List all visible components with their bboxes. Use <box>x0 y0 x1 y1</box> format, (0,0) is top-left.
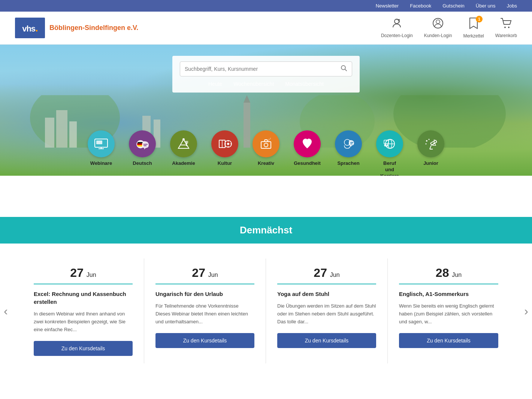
cat-kultur[interactable]: Kultur <box>210 130 240 176</box>
hero-section: Heute Wochenübersicht Monatsübersicht We… <box>0 45 532 176</box>
course-date-4: 28 Jun <box>399 266 498 284</box>
course-card-4: 28 Jun Englisch, A1-Sommerkurs Wenn Sie … <box>388 259 510 363</box>
search-icon <box>341 65 347 73</box>
hero-spacer <box>0 176 532 206</box>
gutschein-link[interactable]: Gutschein <box>442 3 465 9</box>
cat-akademie-circle <box>170 130 197 157</box>
next-arrow[interactable]: › <box>524 304 528 318</box>
search-box: Heute Wochenübersicht Monatsübersicht <box>172 56 360 93</box>
ueber-uns-link[interactable]: Über uns <box>476 3 496 9</box>
dozenten-login-button[interactable]: Dozenten-Login <box>381 18 413 38</box>
svg-point-54 <box>426 140 427 142</box>
course-month-1: Jun <box>87 272 96 278</box>
svg-point-4 <box>508 27 510 28</box>
cat-webinare[interactable]: Webinare <box>86 130 116 176</box>
kunden-login-button[interactable]: Kunden-Login <box>424 18 452 38</box>
course-title-3: Yoga auf dem Stuhl <box>277 290 376 298</box>
course-day-2: 27 <box>192 266 205 279</box>
course-day-4: 28 <box>436 266 449 279</box>
svg-point-3 <box>504 27 506 28</box>
course-card-1: 27 Jun Excel: Rechnung und Kassenbuch er… <box>22 259 144 363</box>
svg-point-39 <box>264 143 268 147</box>
course-card-2: 27 Jun Ungarisch für den Urlaub Für Teil… <box>144 259 266 363</box>
course-btn-1[interactable]: Zu den Kursdetails <box>34 341 133 356</box>
cat-sprachen-circle <box>335 130 362 157</box>
course-card-3: 27 Jun Yoga auf dem Stuhl Die Übungen we… <box>266 259 388 363</box>
course-date-1: 27 Jun <box>34 266 133 284</box>
course-month-4: Jun <box>452 272 462 278</box>
monatsuebersicht-link[interactable]: Monatsübersicht <box>285 81 324 87</box>
cat-sprachen-label: Sprachen <box>337 160 359 167</box>
warenkorb-label: Warenkorb <box>495 33 517 38</box>
course-title-4: Englisch, A1-Sommerkurs <box>399 290 498 298</box>
search-links: Heute Wochenübersicht Monatsübersicht <box>180 81 352 87</box>
svg-point-56 <box>426 143 427 145</box>
search-input[interactable] <box>185 66 341 72</box>
jobs-link[interactable]: Jobs <box>507 3 517 9</box>
cat-gesundheit-label: Gesundheit <box>294 160 321 167</box>
cat-deutsch-label: Deutsch <box>133 160 152 167</box>
course-month-2: Jun <box>208 272 218 278</box>
kunden-label: Kunden-Login <box>424 33 452 38</box>
top-bar: Newsletter Facebook Gutschein Über uns J… <box>0 0 532 12</box>
course-btn-2[interactable]: Zu den Kursdetails <box>155 333 254 348</box>
course-day-3: 27 <box>314 266 327 279</box>
logo-area: vhs. Böblingen-Sindelfingen e.V. <box>15 18 138 38</box>
cat-kreativ[interactable]: ♪ ♪ Kreativ <box>251 130 281 176</box>
cat-deutsch[interactable]: Deutsch <box>127 130 157 176</box>
svg-rect-38 <box>261 142 271 148</box>
heute-link[interactable]: Heute <box>208 81 222 87</box>
logo-subtitle: Böblingen-Sindelfingen e.V. <box>49 24 138 32</box>
svg-rect-27 <box>181 145 187 145</box>
cat-kultur-label: Kultur <box>218 160 232 167</box>
svg-text:♪: ♪ <box>269 137 271 140</box>
svg-line-52 <box>430 145 431 149</box>
facebook-link[interactable]: Facebook <box>410 3 431 9</box>
cat-beruf-circle <box>376 130 403 157</box>
course-date-3: 27 Jun <box>277 266 376 284</box>
cat-sprachen[interactable]: Sprachen <box>333 130 363 176</box>
kunden-icon <box>432 18 444 31</box>
wochenuebersicht-link[interactable]: Wochenübersicht <box>233 81 274 87</box>
cat-akademie-label: Akademie <box>172 160 195 167</box>
cat-webinare-circle <box>88 130 115 157</box>
cat-beruf-label: Beruf und Karriere <box>380 160 399 176</box>
svg-marker-12 <box>244 95 250 103</box>
search-input-row[interactable] <box>180 61 352 76</box>
search-area: Heute Wochenübersicht Monatsübersicht <box>172 56 360 93</box>
courses-section: ‹ 27 Jun Excel: Rechnung und Kassenbuch … <box>0 244 532 378</box>
demnachst-section: Demnächst <box>0 217 532 244</box>
cat-kreativ-label: Kreativ <box>258 160 274 167</box>
prev-arrow[interactable]: ‹ <box>4 304 8 318</box>
svg-rect-19 <box>96 140 102 144</box>
categories-row: Webinare Deutsch <box>0 130 532 176</box>
cat-gesundheit[interactable]: Gesundheit <box>292 130 322 176</box>
svg-point-2 <box>436 20 440 24</box>
merkzettel-button[interactable]: 1 Merkzettel <box>463 17 484 39</box>
header-icons: Dozenten-Login Kunden-Login 1 Merkzettel <box>381 17 517 39</box>
cat-beruf[interactable]: Beruf und Karriere <box>375 130 405 176</box>
svg-point-28 <box>182 138 185 140</box>
header: vhs. Böblingen-Sindelfingen e.V. Dozente… <box>0 12 532 45</box>
merkzettel-badge: 1 <box>476 16 483 22</box>
logo-vhs-text: vhs. <box>22 22 38 34</box>
svg-point-55 <box>429 139 430 140</box>
course-date-2: 27 Jun <box>155 266 254 284</box>
cat-junior-circle <box>417 130 444 157</box>
demnachst-title: Demnächst <box>7 224 525 236</box>
cat-kultur-circle <box>211 130 238 157</box>
cat-webinare-label: Webinare <box>90 160 112 167</box>
course-day-1: 27 <box>70 266 84 279</box>
logo-box: vhs. <box>15 18 45 38</box>
course-btn-3[interactable]: Zu den Kursdetails <box>277 333 376 348</box>
course-title-2: Ungarisch für den Urlaub <box>155 290 254 298</box>
warenkorb-button[interactable]: Warenkorb <box>495 18 517 38</box>
course-btn-4[interactable]: Zu den Kursdetails <box>399 333 498 348</box>
cat-junior[interactable]: Junior <box>416 130 446 176</box>
cat-akademie[interactable]: Akademie <box>169 130 199 176</box>
course-month-3: Jun <box>330 272 340 278</box>
course-desc-2: Für Teilnehmende ohne Vorkenntnisse Dies… <box>155 302 254 326</box>
dozenten-icon <box>391 18 402 31</box>
newsletter-link[interactable]: Newsletter <box>376 3 399 9</box>
course-title-1: Excel: Rechnung und Kassenbuch erstellen <box>34 290 133 306</box>
